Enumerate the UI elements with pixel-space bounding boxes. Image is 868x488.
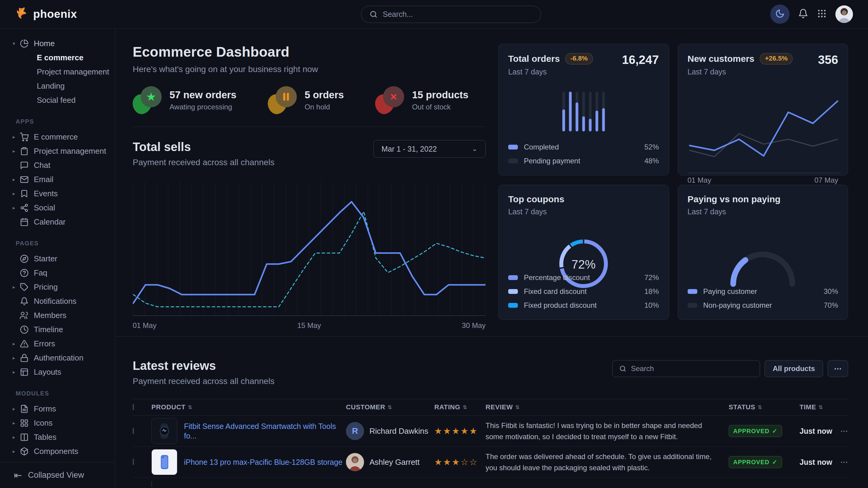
product-thumbnail	[151, 481, 152, 487]
stat-icon: ★	[133, 86, 162, 114]
sidebar-item-calendar[interactable]: Calendar	[0, 215, 115, 229]
sidebar-item-events[interactable]: ▸Events	[0, 187, 115, 201]
nine-dots-grid-icon	[817, 8, 827, 20]
tag-icon	[20, 283, 34, 291]
sidebar-item-e-commerce[interactable]: E commerce	[0, 51, 115, 65]
sidebar-item-label: Notifications	[34, 297, 76, 306]
sidebar-item-e-commerce[interactable]: ▸E commerce	[0, 130, 115, 144]
caret-right-icon: ▸	[13, 369, 20, 375]
grid4-icon	[20, 419, 34, 427]
reviews-search-input[interactable]: Search	[612, 360, 760, 377]
sidebar-item-pricing[interactable]: ▸Pricing	[0, 280, 115, 294]
date-range-select[interactable]: Mar 1 - 31, 2022 ⌄	[373, 140, 486, 158]
sidebar-item-forms[interactable]: ▸Forms	[0, 402, 115, 416]
sidebar-item-timeline[interactable]: Timeline	[0, 323, 115, 337]
total-orders-badge: -6.8%	[565, 53, 593, 65]
sidebar-item-errors[interactable]: ▸Errors	[0, 337, 115, 351]
legend-nonpaying: Non-paying customer 70%	[688, 298, 838, 312]
notifications-button[interactable]	[798, 8, 808, 20]
brand-logo[interactable]: phoenix	[15, 7, 77, 22]
chat-icon	[20, 161, 34, 170]
sidebar-item-email[interactable]: ▸Email	[0, 172, 115, 187]
sells-axis-start: 01 May	[133, 321, 157, 330]
sidebar-item-label: Components	[34, 447, 78, 456]
sidebar-item-label: Forms	[34, 404, 56, 414]
layout-icon	[20, 368, 34, 377]
reviews-title: Latest reviews	[133, 359, 275, 372]
column-status[interactable]: STATUS⇅	[728, 403, 800, 411]
total-orders-value: 16,247	[622, 53, 659, 67]
new-customers-value: 356	[818, 53, 838, 67]
column-rating[interactable]: RATING⇅	[434, 403, 486, 411]
sidebar-item-landing[interactable]: Landing	[0, 79, 115, 93]
bell-icon	[20, 297, 34, 306]
sidebar-item-layouts[interactable]: ▸Layouts	[0, 365, 115, 379]
stat-icon: ✕	[375, 86, 404, 114]
help-icon	[20, 268, 34, 277]
sidebar-item-members[interactable]: Members	[0, 308, 115, 323]
sidebar-item-faq[interactable]: Faq	[0, 266, 115, 280]
row-menu-button[interactable]: ⋯	[839, 458, 848, 467]
sort-icon: ⇅	[818, 404, 823, 411]
total-sells-title: Total sells	[133, 140, 275, 154]
row-checkbox[interactable]	[133, 428, 134, 434]
sidebar-item-starter[interactable]: Starter	[0, 252, 115, 266]
reviews-more-button[interactable]: ⋯	[828, 360, 848, 377]
sidebar-item-label: Project management	[37, 67, 109, 76]
quick-stat: 5 orders On hold	[268, 86, 344, 114]
sidebar-item-components[interactable]: ▸Components	[0, 444, 115, 458]
row-checkbox[interactable]	[133, 459, 134, 465]
stat-value: 5 orders	[305, 89, 344, 101]
caret-right-icon: ▸	[13, 284, 20, 290]
top-coupons-title: Top coupons	[508, 194, 659, 204]
legend-fixed-product-discount: Fixed product discount 10%	[508, 298, 659, 312]
column-review[interactable]: REVIEW⇅	[486, 403, 728, 411]
reviews-search-placeholder: Search	[631, 364, 654, 373]
legend-percentage-discount: Percentage discount 72%	[508, 271, 659, 285]
star-icon: ★	[147, 91, 156, 103]
sidebar-section-label: PAGES	[0, 229, 115, 252]
user-avatar[interactable]	[835, 5, 853, 23]
sidebar-item-tables[interactable]: ▸Tables	[0, 430, 115, 444]
product-thumbnail-watch	[151, 418, 177, 444]
collapse-arrow-icon: ⇤	[14, 469, 22, 481]
theme-toggle-button[interactable]	[770, 4, 789, 24]
review-time: Just now	[800, 427, 839, 435]
chevron-down-icon: ⌄	[472, 145, 477, 153]
page-title: Ecommerce Dashboard	[133, 44, 486, 60]
status-badge: APPROVED✓	[728, 456, 782, 468]
search-placeholder: Search...	[383, 10, 413, 19]
column-time[interactable]: TIME⇅	[800, 403, 839, 411]
brand-name: phoenix	[33, 8, 77, 21]
product-link[interactable]: Fitbit Sense Advanced Smartwatch with To…	[184, 421, 346, 441]
sidebar-item-authentication[interactable]: ▸Authentication	[0, 351, 115, 365]
product-link[interactable]: iPhone 13 pro max-Pacific Blue-128GB sto…	[184, 457, 342, 467]
sort-icon: ⇅	[515, 404, 520, 411]
row-menu-button[interactable]: ⋯	[839, 426, 848, 436]
sidebar-item-project-management[interactable]: Project management	[0, 65, 115, 79]
sidebar-item-chat[interactable]: Chat	[0, 158, 115, 172]
select-all-checkbox[interactable]	[133, 404, 134, 410]
global-search-input[interactable]: Search...	[361, 6, 541, 23]
sidebar-item-label: E commerce	[37, 53, 84, 62]
column-product[interactable]: PRODUCT⇅	[151, 403, 346, 411]
sidebar-item-label: Errors	[34, 339, 55, 349]
total-orders-title: Total orders	[508, 54, 560, 64]
top-coupons-card: Top coupons Last 7 days 72% Percentage d…	[498, 185, 669, 320]
apps-menu-button[interactable]	[817, 8, 827, 20]
columns-icon	[20, 433, 34, 442]
cart-icon	[20, 133, 34, 141]
sidebar-item-project-management[interactable]: ▸Project management	[0, 144, 115, 158]
sidebar-item-home[interactable]: ▾Home	[0, 36, 115, 51]
sidebar-item-icons[interactable]: ▸Icons	[0, 416, 115, 430]
column-customer[interactable]: CUSTOMER⇅	[346, 403, 434, 411]
nonpaying-swatch	[688, 303, 697, 308]
sidebar-item-social[interactable]: ▸Social	[0, 201, 115, 215]
collapse-view-button[interactable]: ⇤ Collapsed View	[0, 462, 115, 488]
sidebar-item-notifications[interactable]: Notifications	[0, 294, 115, 308]
rating-stars: ★★★☆☆	[434, 457, 486, 467]
sidebar-item-social-feed[interactable]: Social feed	[0, 93, 115, 107]
legend-fixed-card-discount: Fixed card discount 18%	[508, 285, 659, 298]
stat-value: 57 new orders	[169, 89, 237, 101]
all-products-button[interactable]: All products	[765, 360, 823, 377]
